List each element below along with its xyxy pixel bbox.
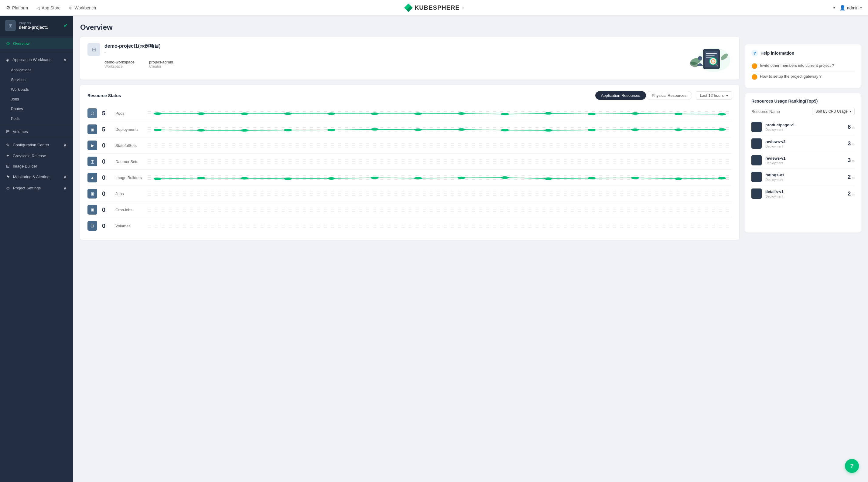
workbench-menu[interactable]: ⊕ Workbench bbox=[69, 5, 96, 10]
content-wrapper: ⊞ demo-project1(示例项目) - demo-workspace W… bbox=[80, 37, 861, 240]
config-icon: ✎ bbox=[6, 143, 10, 148]
ranking-resource-name-label: Resource Name bbox=[751, 109, 780, 114]
fab-button[interactable]: ? bbox=[845, 459, 859, 473]
svg-point-18 bbox=[241, 112, 249, 115]
ranking-item-icon bbox=[751, 155, 762, 165]
svg-point-69 bbox=[718, 177, 726, 180]
sidebar-group-project-settings[interactable]: ⚙ Project Settings ∨ bbox=[0, 183, 73, 194]
time-select-dropdown[interactable]: Last 12 hours ▾ bbox=[696, 91, 732, 100]
resource-row-chart bbox=[148, 190, 732, 197]
sidebar-item-jobs[interactable]: Jobs bbox=[0, 94, 73, 104]
meta-workspace: demo-workspace Workspace bbox=[104, 59, 134, 69]
ranking-item-icon bbox=[751, 138, 762, 149]
svg-point-34 bbox=[197, 129, 205, 131]
time-select-chevron-icon: ▾ bbox=[726, 94, 728, 98]
sidebar-group-app-workloads[interactable]: ◈ Application Workloads ∧ bbox=[0, 54, 73, 65]
sidebar-group-monitoring[interactable]: ⚑ Monitoring & Alerting ∨ bbox=[0, 171, 73, 183]
ranking-item-value-group: 2 m bbox=[848, 191, 855, 197]
ranking-item-type: Deployment bbox=[765, 161, 844, 165]
time-select-label: Last 12 hours bbox=[700, 93, 724, 98]
project-card-meta: demo-workspace Workspace project-admin C… bbox=[104, 59, 173, 69]
svg-point-56 bbox=[154, 178, 162, 180]
ranking-item-name: reviews-v1 bbox=[765, 156, 844, 161]
user-dropdown-icon: ▾ bbox=[860, 6, 862, 10]
svg-point-19 bbox=[284, 112, 292, 115]
project-illustration bbox=[686, 43, 732, 73]
jobs-label: Jobs bbox=[11, 97, 19, 101]
appstore-label: App Store bbox=[41, 5, 60, 10]
volumes-icon: ⊟ bbox=[6, 129, 10, 134]
topnav-right: ▪ 👤 admin ▾ bbox=[833, 5, 862, 11]
project-icon-glyph: ⊞ bbox=[8, 23, 12, 29]
svg-point-42 bbox=[544, 129, 553, 132]
sort-select-dropdown[interactable]: Sort By CPU Usage ▾ bbox=[812, 108, 855, 115]
help-item[interactable]: 🟠 Invite other members into current proj… bbox=[751, 61, 855, 71]
resource-row-icon: ▲ bbox=[88, 173, 97, 183]
svg-point-62 bbox=[414, 177, 422, 180]
ranking-card: Resources Usage Ranking(Top5) Resource N… bbox=[745, 93, 861, 232]
svg-point-17 bbox=[197, 112, 205, 115]
ranking-item-value: 8 bbox=[848, 124, 851, 130]
overview-icon: ⊙ bbox=[6, 41, 10, 46]
project-card: ⊞ demo-project1(示例项目) - demo-workspace W… bbox=[80, 37, 739, 79]
ranking-item-value-group: 8 m bbox=[848, 124, 855, 130]
resource-tab-group: Application Resources Physical Resources bbox=[595, 91, 692, 100]
resource-row-count: 0 bbox=[102, 174, 111, 181]
sidebar-item-grayscale[interactable]: ✦ Grayscale Release bbox=[0, 151, 73, 161]
topnav: ⚙ Platform ◁ App Store ⊕ Workbench KUBES… bbox=[0, 0, 868, 16]
resource-row: ▣ 0 Jobs bbox=[88, 186, 732, 202]
app-workloads-left: ◈ Application Workloads bbox=[6, 57, 51, 62]
help-item[interactable]: 🟠 How to setup the project gateway ? bbox=[751, 71, 855, 82]
ranking-item-type: Deployment bbox=[765, 195, 844, 198]
svg-point-16 bbox=[154, 112, 162, 115]
sidebar-group-config[interactable]: ✎ Configuration Center ∨ bbox=[0, 139, 73, 151]
sidebar-item-overview[interactable]: ⊙ Overview bbox=[0, 38, 73, 49]
resource-row-chart bbox=[148, 222, 732, 229]
ranking-item-name: reviews-v2 bbox=[765, 139, 844, 144]
svg-point-68 bbox=[675, 178, 683, 180]
sidebar-item-routes[interactable]: Routes bbox=[0, 104, 73, 114]
project-avatar-icon: ⊞ bbox=[92, 46, 96, 53]
ranking-item-value: 3 bbox=[848, 140, 851, 147]
ranking-item-info: details-v1 Deployment bbox=[765, 189, 844, 198]
svg-point-20 bbox=[327, 112, 335, 115]
svg-point-29 bbox=[718, 113, 726, 116]
appstore-menu[interactable]: ◁ App Store bbox=[36, 5, 60, 10]
cronjobs-icon: ▣ bbox=[91, 207, 94, 212]
svg-point-65 bbox=[544, 178, 553, 180]
sidebar-item-workloads[interactable]: Workloads bbox=[0, 85, 73, 94]
svg-point-61 bbox=[371, 176, 379, 179]
svg-point-37 bbox=[327, 129, 335, 131]
ranking-row: ratings-v1 Deployment 2 m bbox=[751, 169, 855, 186]
svg-point-40 bbox=[457, 128, 466, 131]
resource-row-count: 0 bbox=[102, 158, 111, 165]
svg-point-43 bbox=[588, 129, 596, 131]
resource-row: ◫ 0 DaemonSets bbox=[88, 154, 732, 170]
sidebar-item-image-builder[interactable]: ⊞ Image Builder bbox=[0, 161, 73, 171]
svg-point-60 bbox=[327, 177, 335, 180]
deployments-icon: ▣ bbox=[91, 127, 94, 132]
creator-label: Creator bbox=[149, 64, 173, 69]
ranking-rows-container: productpage-v1 Deployment 8 m reviews-v2… bbox=[751, 119, 855, 202]
svg-point-67 bbox=[631, 176, 639, 179]
user-menu[interactable]: 👤 admin ▾ bbox=[839, 5, 862, 11]
project-check-icon: ✔ bbox=[63, 22, 68, 29]
creator-val: project-admin bbox=[149, 60, 173, 64]
sidebar-item-applications[interactable]: Applications bbox=[0, 65, 73, 75]
tab-physical-resources[interactable]: Physical Resources bbox=[646, 91, 692, 100]
screen-icon-btn[interactable]: ▪ bbox=[833, 5, 835, 11]
sidebar-project-header[interactable]: ⊞ Projects demo-project1 ✔ bbox=[0, 16, 73, 35]
sidebar-item-volumes[interactable]: ⊟ Volumes bbox=[0, 126, 73, 137]
sidebar-item-services[interactable]: Services bbox=[0, 75, 73, 85]
overview-label: Overview bbox=[13, 41, 29, 46]
logo-diamond-icon bbox=[404, 4, 413, 12]
tab-app-resources[interactable]: Application Resources bbox=[595, 91, 646, 100]
sidebar-item-pods[interactable]: Pods bbox=[0, 114, 73, 124]
config-left: ✎ Configuration Center bbox=[6, 143, 49, 148]
platform-menu[interactable]: ⚙ Platform bbox=[6, 5, 28, 11]
resource-row: ▣ 5 Deployments .dashed-line { stroke: #… bbox=[88, 121, 732, 137]
resource-row-chart: .dashed-line { stroke: #ccc; stroke-widt… bbox=[148, 126, 732, 133]
ranking-item-type: Deployment bbox=[765, 128, 844, 131]
resource-row-count: 0 bbox=[102, 142, 111, 149]
image-builder-icon: ⊞ bbox=[6, 164, 10, 168]
